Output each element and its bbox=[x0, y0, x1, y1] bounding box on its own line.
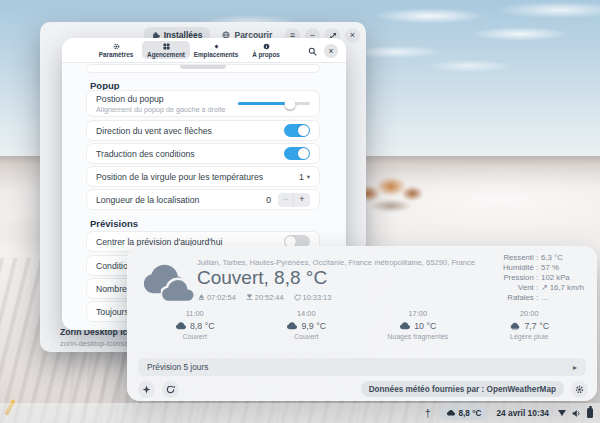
row-title: Postion du popup bbox=[96, 94, 225, 104]
forecast-condition: Légère pluie bbox=[510, 333, 549, 340]
gear-icon bbox=[575, 385, 584, 394]
decimal-position-dropdown[interactable]: 1 ▾ bbox=[299, 172, 310, 182]
close-icon: × bbox=[329, 47, 334, 56]
row-title: Traduction des conditions bbox=[96, 149, 195, 159]
toggle-knob bbox=[298, 148, 309, 159]
weather-popup: Juillan, Tarbes, Hautes-Pyrénées, Occita… bbox=[127, 246, 597, 401]
translate-conditions-toggle[interactable] bbox=[284, 147, 310, 160]
popup-toolbar: Données météo fournies par : OpenWeather… bbox=[138, 380, 588, 398]
battery-icon[interactable] bbox=[587, 408, 593, 418]
detail-label: Humidité : bbox=[503, 263, 538, 272]
forecast-temp-value: 10 °C bbox=[414, 321, 436, 331]
cloud-icon bbox=[446, 409, 456, 417]
sunrise-value: 07:02:54 bbox=[207, 293, 236, 302]
search-button[interactable] bbox=[305, 44, 319, 58]
wind-arrows-toggle[interactable] bbox=[284, 124, 310, 137]
tab-emplacements-label: Emplacements bbox=[194, 51, 238, 58]
detail-value: 6,3 °C bbox=[541, 253, 584, 262]
taskbar-weather-chip[interactable]: 8,8 °C bbox=[440, 407, 488, 420]
forecast-time: 20:00 bbox=[520, 309, 539, 318]
scrolled-control-remnant bbox=[180, 64, 226, 69]
tab-a-propos-label: À propos bbox=[252, 51, 280, 58]
my-location-button[interactable] bbox=[138, 381, 155, 398]
sun-times: 07:02:54 20:52:44 10:33:13 bbox=[198, 293, 331, 302]
forecast-item: 17:00 10 °C Nuages fragmentés bbox=[362, 309, 474, 340]
cloud-icon bbox=[175, 321, 187, 331]
close-button[interactable]: × bbox=[345, 28, 360, 43]
detail-label: Rafales : bbox=[503, 293, 538, 302]
tab-agencement[interactable]: Agencement bbox=[142, 41, 190, 59]
section-title-previsions: Prévisions bbox=[90, 218, 138, 229]
weather-details: Ressenti :6,3 °C Humidité :57 % Pression… bbox=[503, 253, 584, 302]
attribution-button[interactable]: Données météo fournies par : OpenWeather… bbox=[361, 381, 564, 397]
system-tray bbox=[558, 408, 593, 418]
forecast-temp: 10 °C bbox=[399, 321, 436, 331]
dialog-header: Paramètres Agencement Emplacements À pro… bbox=[62, 38, 346, 63]
sunrise-icon bbox=[198, 294, 205, 301]
spinner-increase-button[interactable]: + bbox=[294, 193, 310, 207]
forecast-temp: 7,7 °C bbox=[509, 321, 549, 331]
forecast-condition: Couvert bbox=[182, 333, 207, 340]
detail-value: 57 % bbox=[541, 263, 584, 272]
current-condition-temp: Couvert, 8,8 °C bbox=[197, 267, 327, 289]
tab-parametres[interactable]: Paramètres bbox=[92, 41, 140, 59]
updated-value: 10:33:13 bbox=[303, 293, 332, 302]
extension-list-item[interactable]: Zorin Desktop Ico zorin-desktop-icons@ bbox=[60, 327, 133, 348]
toggle-knob bbox=[298, 125, 309, 136]
forecast-temp-value: 9,9 °C bbox=[301, 321, 326, 331]
refresh-icon bbox=[294, 294, 301, 301]
tray-icon[interactable]: † bbox=[425, 408, 431, 419]
slider-handle[interactable] bbox=[284, 98, 295, 109]
location-length-spinner: 0 − + bbox=[266, 193, 310, 207]
forecast-temp: 8,8 °C bbox=[175, 321, 215, 331]
dialog-close-button[interactable]: × bbox=[324, 44, 338, 58]
clock-date[interactable]: 24 avril 10:34 bbox=[496, 408, 549, 418]
forecast-temp: 9,9 °C bbox=[286, 321, 326, 331]
search-icon bbox=[308, 47, 317, 56]
taskbar-right: † 8,8 °C 24 avril 10:34 bbox=[425, 407, 593, 420]
weather-location: Juillan, Tarbes, Hautes-Pyrénées, Occita… bbox=[197, 258, 503, 267]
sparkle-location-icon bbox=[142, 385, 151, 394]
row-title: Direction du vent avec flèches bbox=[96, 126, 212, 136]
taskbar: † 8,8 °C 24 avril 10:34 bbox=[0, 403, 600, 423]
diamond-location-icon bbox=[213, 43, 220, 50]
forecast-time: 11:00 bbox=[186, 309, 204, 318]
volume-icon[interactable] bbox=[572, 409, 581, 418]
dropdown-value: 1 bbox=[299, 172, 304, 182]
settings-button[interactable] bbox=[571, 381, 588, 398]
close-icon: × bbox=[350, 31, 355, 40]
refresh-icon bbox=[166, 385, 175, 394]
refresh-button[interactable] bbox=[162, 381, 179, 398]
slider-fill bbox=[238, 102, 290, 105]
detail-label: Pression : bbox=[503, 273, 538, 282]
forecast-item: 11:00 8,8 °C Couvert bbox=[139, 309, 251, 340]
detail-value: … bbox=[541, 293, 584, 302]
dialog-tabs: Paramètres Agencement Emplacements À pro… bbox=[92, 41, 290, 59]
forecast-temp-value: 8,8 °C bbox=[190, 321, 215, 331]
popup-position-slider[interactable] bbox=[238, 102, 310, 105]
info-icon bbox=[263, 43, 270, 50]
row-text: Postion du popup Alignement du popup de … bbox=[96, 94, 225, 114]
network-icon[interactable] bbox=[558, 410, 566, 416]
row-title: Position de la virgule pour les températ… bbox=[96, 172, 263, 182]
forecast-condition: Nuages fragmentés bbox=[387, 333, 448, 340]
scrolled-row-remnant bbox=[86, 64, 320, 73]
desktop: Installées Parcourir ≡ − × Zorin Desktop… bbox=[0, 0, 600, 423]
tab-agencement-label: Agencement bbox=[147, 51, 185, 58]
detail-label: Vent : bbox=[503, 283, 538, 292]
hourly-forecast: 11:00 8,8 °C Couvert 14:00 9,9 °C Couver… bbox=[139, 309, 585, 340]
forecast-time: 17:00 bbox=[409, 309, 428, 318]
extension-uuid: zorin-desktop-icons@ bbox=[60, 339, 133, 348]
forecast-temp-value: 7,7 °C bbox=[524, 321, 549, 331]
layout-grid-icon bbox=[163, 43, 170, 50]
tab-emplacements[interactable]: Emplacements bbox=[192, 41, 240, 59]
spinner-value: 0 bbox=[266, 195, 271, 205]
cloud-icon bbox=[286, 321, 298, 331]
row-decimal-position: Position de la virgule pour les températ… bbox=[86, 166, 320, 187]
detail-label: Ressenti : bbox=[503, 253, 538, 262]
row-popup-position: Postion du popup Alignement du popup de … bbox=[86, 90, 320, 117]
five-day-forecast-button[interactable]: Prévision 5 jours ▸ bbox=[138, 358, 586, 376]
tab-a-propos[interactable]: À propos bbox=[242, 41, 290, 59]
spinner-decrease-button[interactable]: − bbox=[278, 193, 294, 207]
row-title: Longueur de la localisation bbox=[96, 195, 199, 205]
